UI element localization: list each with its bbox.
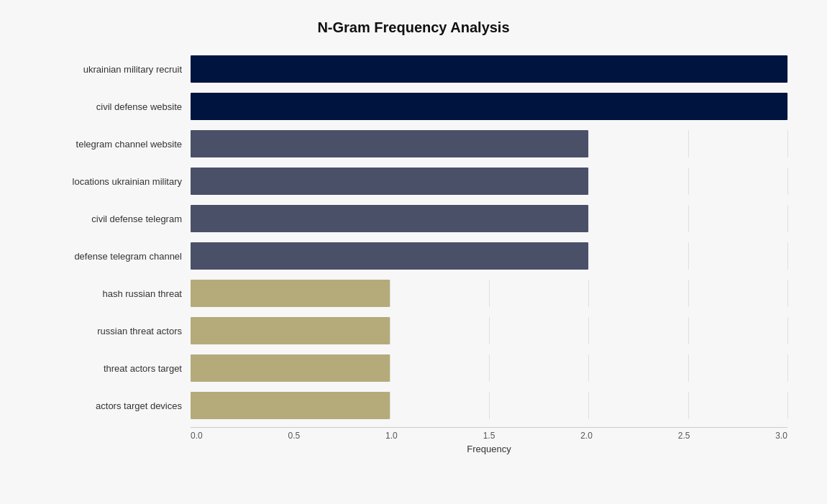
gridline: [787, 392, 788, 419]
bar-fill: [191, 205, 588, 232]
bar-label: civil defense website: [40, 101, 191, 112]
gridline: [688, 168, 689, 195]
chart-container: N-Gram Frequency Analysis ukrainian mili…: [18, 5, 809, 499]
bar-track: [191, 317, 787, 344]
gridline: [489, 317, 490, 344]
gridline: [588, 130, 589, 157]
gridline: [390, 280, 390, 307]
chart-title: N-Gram Frequency Analysis: [40, 19, 787, 36]
bar-row: hash russian threat: [40, 275, 787, 312]
bar-label: civil defense telegram: [40, 214, 191, 224]
bar-track: [191, 130, 787, 157]
bar-row: civil defense website: [40, 88, 787, 125]
bar-row: actors target devices: [40, 387, 787, 424]
x-tick: 1.5: [483, 431, 495, 441]
gridline: [688, 205, 689, 232]
gridline: [787, 55, 788, 83]
gridline: [688, 317, 689, 344]
gridline: [390, 317, 390, 344]
bar-track: [191, 392, 787, 419]
bar-label: telegram channel website: [40, 139, 191, 150]
gridline: [489, 392, 490, 419]
gridline: [390, 354, 390, 382]
bar-label: actors target devices: [40, 400, 191, 411]
gridline: [787, 130, 788, 157]
bar-track: [191, 205, 787, 232]
gridline: [787, 280, 788, 307]
x-tick: 3.0: [775, 431, 787, 441]
gridline: [787, 354, 788, 382]
bar-track: [191, 168, 787, 195]
x-tick: 1.0: [385, 431, 398, 441]
gridline: [588, 280, 589, 307]
bar-track: [191, 55, 787, 83]
x-tick: 2.0: [580, 431, 593, 441]
bar-fill: [191, 317, 390, 344]
bar-track: [191, 354, 787, 382]
bar-row: defense telegram channel: [40, 237, 787, 275]
gridline: [787, 205, 788, 232]
bar-fill: [191, 354, 390, 382]
bar-row: russian threat actors: [40, 312, 787, 349]
x-axis-area: 0.00.51.01.52.02.53.0 Frequency: [191, 427, 787, 456]
gridline: [588, 168, 589, 195]
gridline: [688, 354, 689, 382]
x-tick: 2.5: [678, 431, 690, 441]
bar-fill: [191, 280, 390, 307]
gridline: [688, 280, 689, 307]
gridline: [489, 280, 490, 307]
chart-area: ukrainian military recruitcivil defense …: [40, 50, 787, 424]
bar-row: threat actors target: [40, 349, 787, 387]
bar-fill: [191, 242, 588, 270]
bar-row: ukrainian military recruit: [40, 50, 787, 88]
gridline: [588, 392, 589, 419]
bar-track: [191, 242, 787, 270]
gridline: [787, 168, 788, 195]
gridline: [688, 130, 689, 157]
bar-row: locations ukrainian military: [40, 162, 787, 200]
bar-label: hash russian threat: [40, 288, 191, 299]
x-tick: 0.5: [288, 431, 301, 441]
bar-label: locations ukrainian military: [40, 176, 191, 187]
bar-fill: [191, 130, 588, 157]
gridline: [588, 205, 589, 232]
bar-row: telegram channel website: [40, 125, 787, 162]
gridline: [390, 392, 390, 419]
gridline: [588, 354, 589, 382]
bar-fill: [191, 55, 787, 83]
x-ticks: 0.00.51.01.52.02.53.0: [191, 428, 787, 441]
gridline: [588, 317, 589, 344]
x-axis-label: Frequency: [191, 444, 787, 454]
bar-fill: [191, 392, 390, 419]
bar-label: threat actors target: [40, 363, 191, 374]
x-tick: 0.0: [191, 431, 203, 441]
gridline: [489, 354, 490, 382]
gridline: [688, 242, 689, 270]
gridline: [588, 242, 589, 270]
bar-row: civil defense telegram: [40, 200, 787, 237]
bar-fill: [191, 93, 787, 120]
gridline: [787, 317, 788, 344]
bar-track: [191, 280, 787, 307]
gridline: [688, 392, 689, 419]
bar-label: russian threat actors: [40, 326, 191, 336]
gridline: [787, 93, 788, 120]
gridline: [787, 242, 788, 270]
bar-label: ukrainian military recruit: [40, 64, 191, 75]
bar-fill: [191, 168, 588, 195]
bar-label: defense telegram channel: [40, 251, 191, 262]
bar-track: [191, 93, 787, 120]
